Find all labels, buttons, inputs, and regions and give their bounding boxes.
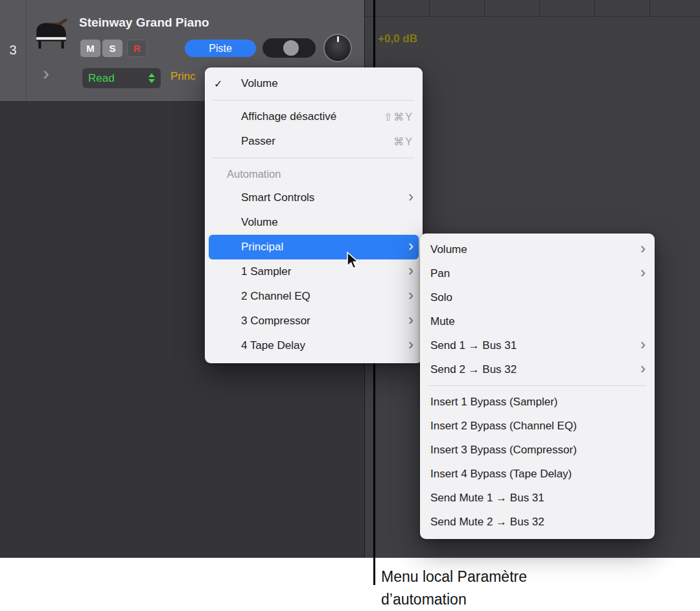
shortcut-label: ⌘Y: [393, 136, 414, 148]
principal-submenu-item-insert-3-bypass-compressor[interactable]: Insert 3 Bypass (Compressor): [420, 438, 655, 462]
track-number: 3: [0, 43, 26, 58]
record-enable-button[interactable]: R: [127, 40, 147, 57]
menu-item-label: Send Mute 1 → Bus 31: [430, 492, 544, 505]
submenu-chevron-icon: ›: [640, 265, 646, 280]
automation-menu-separator: [213, 158, 414, 158]
pan-knob[interactable]: [323, 34, 352, 62]
callout-caption: Menu local Paramètre d’automation: [381, 566, 527, 611]
submenu-chevron-icon: ›: [408, 312, 414, 328]
ruler-tick: [594, 0, 595, 17]
menu-item-label: Insert 3 Bypass (Compressor): [430, 444, 577, 457]
automation-menu-item-2-channel-eq[interactable]: 2 Channel EQ›: [205, 284, 423, 309]
automation-db-value: +0,0 dB: [378, 32, 417, 45]
solo-button[interactable]: S: [102, 40, 122, 57]
track-title: Steinway Grand Piano: [79, 16, 209, 30]
principal-submenu-item-pan[interactable]: Pan›: [420, 261, 655, 285]
shortcut-label: ⇧⌘Y: [384, 111, 414, 123]
menu-item-label: Principal: [241, 241, 283, 254]
ruler-tick: [649, 0, 650, 17]
submenu-chevron-icon: ›: [408, 189, 414, 204]
submenu-chevron-icon: ›: [408, 238, 414, 254]
menu-item-label: 2 Channel EQ: [241, 290, 310, 303]
automation-menu-item-4-tape-delay[interactable]: 4 Tape Delay›: [205, 333, 423, 358]
check-icon: ✓: [213, 78, 241, 90]
caption-line1: Menu local Paramètre: [381, 566, 527, 588]
menu-item-label: 4 Tape Delay: [241, 339, 305, 352]
ruler-tick: [539, 0, 540, 17]
principal-submenu-item-send-mute-1-bus-31[interactable]: Send Mute 1 → Bus 31: [420, 486, 655, 510]
automation-parameter-label[interactable]: Princ: [170, 70, 196, 83]
principal-submenu-item-send-mute-2-bus-32[interactable]: Send Mute 2 → Bus 32: [420, 510, 655, 534]
submenu-chevron-icon: ›: [408, 287, 414, 303]
automation-mode-select[interactable]: Read: [82, 68, 161, 88]
menu-item-label: Volume: [430, 243, 467, 256]
automation-menu-item-passer[interactable]: Passer⌘Y: [205, 129, 423, 154]
menu-item-label: Passer: [241, 135, 275, 148]
menu-item-label: Smart Controls: [241, 191, 314, 204]
menu-item-label: Send 2 → Bus 32: [430, 363, 517, 376]
submenu-chevron-icon: ›: [408, 337, 414, 352]
automation-menu-item-affichage-desactive[interactable]: Affichage désactivé⇧⌘Y: [205, 104, 423, 129]
menu-item-label: Send Mute 2 → Bus 32: [430, 516, 544, 529]
principal-submenu-item-insert-4-bypass-tape-delay[interactable]: Insert 4 Bypass (Tape Delay): [420, 462, 655, 486]
principal-submenu-item-insert-2-bypass-channel-eq[interactable]: Insert 2 Bypass (Channel EQ): [420, 414, 655, 438]
automation-menu-item-principal[interactable]: Principal›: [209, 235, 419, 259]
menu-item-label: Insert 4 Bypass (Tape Delay): [430, 468, 572, 481]
menu-item-label: Mute: [430, 315, 455, 328]
timeline-ruler: [364, 0, 700, 17]
grand-piano-icon: [32, 16, 70, 51]
submenu-chevron-icon: ›: [408, 263, 414, 278]
disclosure-chevron-icon[interactable]: ›: [43, 64, 49, 83]
automation-parameter-menu: ✓VolumeAffichage désactivé⇧⌘YPasser⌘YAut…: [205, 67, 423, 363]
logic-pro-window: +0,0 dB 3 Steinway Grand Piano M S R Pis…: [0, 0, 700, 611]
menu-item-label: Insert 1 Bypass (Sampler): [430, 396, 558, 409]
automation-menu-separator: [213, 100, 414, 101]
menu-item-label: Volume: [241, 216, 278, 229]
ruler-tick: [429, 0, 430, 17]
piste-button[interactable]: Piste: [185, 40, 256, 57]
principal-submenu-item-insert-1-bypass-sampler[interactable]: Insert 1 Bypass (Sampler): [420, 390, 655, 414]
automation-menu-item-smart-controls[interactable]: Smart Controls›: [205, 186, 423, 210]
track-on-toggle[interactable]: [262, 38, 316, 58]
principal-submenu-item-send-2-bus-32[interactable]: Send 2 → Bus 32›: [420, 357, 655, 381]
menu-item-label: Volume: [241, 77, 278, 90]
automation-mode-label: Read: [88, 72, 148, 85]
up-down-arrows-icon: [148, 73, 155, 83]
principal-submenu-item-volume[interactable]: Volume›: [420, 237, 655, 261]
principal-submenu-item-solo[interactable]: Solo: [420, 285, 655, 309]
automation-menu-item-1-sampler[interactable]: 1 Sampler›: [205, 259, 423, 284]
ruler-tick: [484, 0, 485, 17]
automation-menu-item-volume[interactable]: ✓Volume: [205, 71, 423, 96]
menu-item-label: Send 1 → Bus 31: [430, 339, 517, 352]
principal-submenu-item-mute[interactable]: Mute: [420, 309, 655, 333]
automation-menu-item-volume[interactable]: Volume: [205, 210, 423, 235]
menu-item-label: 1 Sampler: [241, 265, 291, 278]
principal-submenu-separator: [428, 385, 646, 386]
submenu-chevron-icon: ›: [640, 241, 646, 256]
mouse-cursor: [345, 251, 360, 270]
menu-item-label: Pan: [430, 267, 450, 280]
menu-item-label: 3 Compressor: [241, 315, 310, 328]
caption-line2: d’automation: [381, 588, 527, 611]
menu-item-label: Affichage désactivé: [241, 110, 336, 123]
mute-button[interactable]: M: [80, 40, 100, 57]
toggle-knob: [283, 40, 299, 56]
pan-knob-tick: [337, 36, 339, 42]
automation-menu-item-3-compressor[interactable]: 3 Compressor›: [205, 309, 423, 333]
menu-item-label: Solo: [430, 291, 452, 304]
submenu-chevron-icon: ›: [640, 337, 646, 352]
submenu-chevron-icon: ›: [640, 361, 646, 376]
menu-item-label: Insert 2 Bypass (Channel EQ): [430, 420, 577, 433]
principal-submenu: Volume›Pan›SoloMuteSend 1 → Bus 31›Send …: [420, 234, 655, 539]
automation-menu-section-automation: Automation: [205, 162, 423, 186]
principal-submenu-item-send-1-bus-31[interactable]: Send 1 → Bus 31›: [420, 333, 655, 357]
